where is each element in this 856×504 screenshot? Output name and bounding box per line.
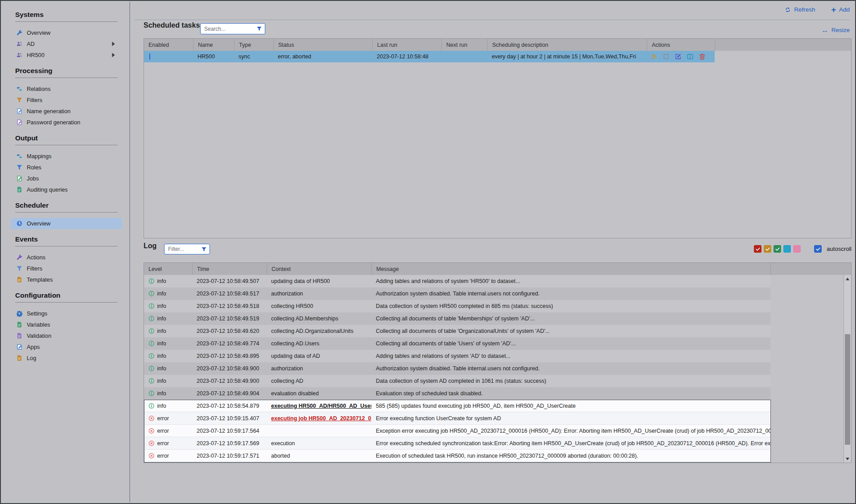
- stop-action-button[interactable]: [663, 53, 670, 60]
- log-row[interactable]: info2023-07-12 10:58:49.507updating data…: [144, 275, 770, 287]
- section-divider: [15, 302, 118, 303]
- sidebar-item-label: Name generation: [27, 108, 70, 115]
- info-icon: [148, 278, 155, 284]
- docpen-icon: [16, 344, 23, 350]
- log-filter-input[interactable]: [167, 246, 199, 253]
- sidebar-item-configuration-settings[interactable]: Settings: [11, 308, 122, 319]
- message-cell: Data collection of system AD completed i…: [371, 378, 770, 384]
- resize-button[interactable]: ↔ Resize: [822, 26, 850, 34]
- sidebar-item-output-roles[interactable]: Roles: [11, 162, 122, 173]
- users-icon: [16, 41, 23, 47]
- task-search-combo[interactable]: [200, 23, 265, 34]
- filter-dropdown-icon[interactable]: [256, 26, 262, 32]
- level-cell: info: [144, 328, 192, 334]
- log-filter-combo[interactable]: [164, 244, 210, 254]
- task-status-cell: error, aborted: [273, 53, 372, 60]
- sidebar-item-events-actions[interactable]: Actions: [11, 252, 122, 263]
- sidebar-item-label: Auditing queries: [27, 186, 68, 193]
- column-header-level: Level: [144, 263, 192, 275]
- scroll-up-button[interactable]: [844, 275, 851, 282]
- level-toggle-gold[interactable]: [764, 245, 771, 253]
- context-cell: execution: [267, 440, 371, 447]
- book-action-button[interactable]: [687, 53, 694, 60]
- refresh-button[interactable]: Refresh: [785, 6, 815, 13]
- log-row[interactable]: info2023-07-12 10:58:49.519collecting AD…: [144, 312, 770, 325]
- sidebar-item-processing-filters[interactable]: Filters: [11, 94, 122, 106]
- scrollbar-thumb[interactable]: [845, 334, 850, 445]
- add-button[interactable]: + Add: [831, 6, 850, 13]
- time-cell: 2023-07-12 10:58:49.904: [192, 390, 267, 397]
- time-cell: 2023-07-12 10:58:49.507: [192, 278, 267, 284]
- message-cell: Collecting all documents of table 'Membe…: [371, 316, 770, 322]
- log-row[interactable]: error2023-07-12 10:59:17.564Exception er…: [144, 425, 770, 437]
- level-label: info: [157, 278, 166, 284]
- play-action-button[interactable]: [650, 53, 658, 60]
- enabled-checkbox[interactable]: [149, 53, 150, 60]
- sidebar-item-systems-overview[interactable]: Overview: [11, 27, 122, 38]
- sidebar-item-configuration-validation[interactable]: Validation: [11, 330, 122, 341]
- context-link[interactable]: executing job HR500_AD_20230712_0...: [271, 415, 371, 422]
- sidebar-item-scheduler-overview[interactable]: Overview: [11, 218, 122, 229]
- sidebar-item-systems-hr500[interactable]: HR500: [11, 49, 122, 61]
- level-cell: info: [144, 278, 192, 284]
- log-row[interactable]: info2023-07-12 10:58:49.620collecting AD…: [144, 325, 770, 337]
- doc-icon: [16, 186, 23, 193]
- info-icon: [148, 303, 155, 309]
- sidebar-item-output-jobs[interactable]: Jobs: [11, 173, 122, 184]
- level-toggle-red[interactable]: [754, 245, 761, 253]
- log-row[interactable]: info2023-07-12 10:58:54.879executing HR5…: [144, 400, 770, 412]
- section-divider: [15, 212, 118, 213]
- level-label: info: [157, 316, 166, 322]
- sidebar-item-configuration-variables[interactable]: Variables: [11, 319, 122, 330]
- arrows-icon: [16, 86, 23, 92]
- sidebar-item-output-auditing-queries[interactable]: Auditing queries: [11, 184, 122, 195]
- section-divider: [15, 78, 118, 78]
- trash-action-button[interactable]: [699, 53, 706, 60]
- task-search-input[interactable]: [203, 25, 255, 33]
- doc-icon: [16, 276, 23, 283]
- scroll-down-button[interactable]: [844, 455, 851, 462]
- level-toggle-green[interactable]: [774, 245, 781, 253]
- log-row[interactable]: info2023-07-12 10:58:49.904evaluation di…: [144, 387, 770, 400]
- log-row[interactable]: info2023-07-12 10:58:49.518collecting HR…: [144, 300, 770, 312]
- log-row[interactable]: error2023-07-12 10:59:17.571abortedExecu…: [144, 450, 770, 462]
- log-row[interactable]: error2023-07-12 10:59:15.407executing jo…: [144, 412, 770, 425]
- context-link[interactable]: executing HR500_AD/HR500_AD_User...: [271, 403, 371, 409]
- sidebar-item-label: Roles: [27, 164, 41, 171]
- level-toggle-teal[interactable]: [783, 245, 791, 253]
- log-row[interactable]: info2023-07-12 10:58:49.774collecting AD…: [144, 337, 770, 350]
- filter-dropdown-icon[interactable]: [201, 246, 207, 252]
- sidebar-item-configuration-log[interactable]: Log: [11, 352, 122, 364]
- refresh-icon: [785, 7, 791, 13]
- context-cell: collecting AD.Users: [267, 340, 371, 347]
- log-scrollbar[interactable]: [844, 275, 851, 463]
- edit-action-button[interactable]: [675, 53, 682, 60]
- sidebar-item-systems-ad[interactable]: AD: [11, 38, 122, 49]
- level-label: info: [157, 328, 166, 334]
- sidebar-item-label: Variables: [27, 321, 50, 328]
- level-toggle-pink[interactable]: [793, 245, 801, 253]
- sidebar-item-processing-name-generation[interactable]: Name generation: [11, 106, 122, 117]
- log-row[interactable]: error2023-07-12 10:59:17.569executionErr…: [144, 437, 770, 450]
- log-row[interactable]: info2023-07-12 10:58:49.895updating data…: [144, 350, 770, 362]
- sidebar-item-output-mappings[interactable]: Mappings: [11, 151, 122, 162]
- doc-icon: [16, 321, 23, 328]
- level-cell: info: [144, 365, 192, 372]
- column-header-filler: [715, 39, 851, 51]
- message-cell: 585 (585) updates found executing job HR…: [371, 403, 770, 409]
- sidebar-item-events-templates[interactable]: Templates: [11, 274, 122, 285]
- sidebar-item-processing-relations[interactable]: Relations: [11, 83, 122, 94]
- task-row[interactable]: HR500syncerror, aborted2023-07-12 10:58:…: [144, 51, 715, 62]
- level-label: error: [157, 453, 169, 459]
- log-table: LevelTimeContextMessageinfo2023-07-12 10…: [144, 262, 852, 463]
- sidebar-item-processing-password-generation[interactable]: Password generation: [11, 117, 122, 128]
- log-row[interactable]: info2023-07-12 10:58:49.900collecting AD…: [144, 375, 770, 387]
- log-row[interactable]: info2023-07-12 10:58:49.517authorization…: [144, 287, 770, 300]
- log-row[interactable]: info2023-07-12 10:58:49.900authorization…: [144, 362, 770, 375]
- error-icon: [148, 428, 155, 434]
- autoscroll-checkbox[interactable]: [814, 245, 822, 253]
- sidebar-item-configuration-apps[interactable]: Apps: [11, 341, 122, 352]
- sidebar-item-label: Mappings: [27, 153, 52, 160]
- sidebar-item-events-filters[interactable]: Filters: [11, 263, 122, 274]
- level-label: info: [157, 291, 166, 297]
